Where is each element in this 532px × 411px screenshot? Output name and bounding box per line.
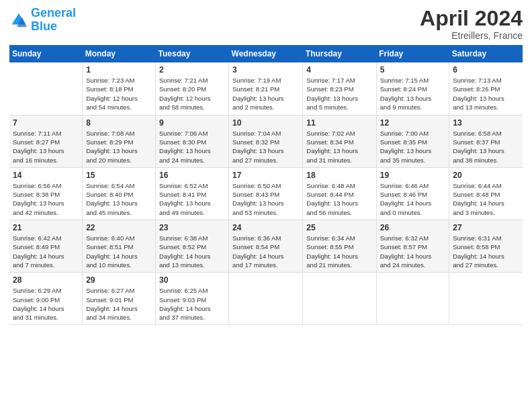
day-content: Sunrise: 7:21 AM Sunset: 8:20 PM Dayligh…	[159, 76, 225, 111]
calendar-cell: 2Sunrise: 7:21 AM Sunset: 8:20 PM Daylig…	[156, 62, 229, 115]
day-header-sunday: Sunday	[9, 45, 83, 62]
day-content: Sunrise: 6:29 AM Sunset: 9:00 PM Dayligh…	[13, 286, 79, 322]
day-number: 11	[306, 118, 372, 128]
calendar-week-4: 28Sunrise: 6:29 AM Sunset: 9:00 PM Dayli…	[9, 273, 523, 325]
day-content: Sunrise: 6:27 AM Sunset: 9:01 PM Dayligh…	[86, 286, 152, 322]
day-content: Sunrise: 7:11 AM Sunset: 8:27 PM Dayligh…	[13, 129, 79, 165]
day-number: 26	[380, 223, 445, 232]
calendar-cell	[376, 273, 449, 325]
day-content: Sunrise: 7:00 AM Sunset: 8:35 PM Dayligh…	[380, 129, 445, 165]
location-subtitle: Etreillers, France	[420, 30, 523, 41]
header-row: General Blue April 2024 Etreillers, Fran…	[9, 7, 523, 41]
day-content: Sunrise: 7:04 AM Sunset: 8:32 PM Dayligh…	[232, 129, 299, 165]
day-number: 23	[159, 223, 225, 232]
day-number: 25	[306, 223, 372, 232]
day-content: Sunrise: 7:23 AM Sunset: 8:18 PM Dayligh…	[86, 76, 152, 111]
day-number: 24	[232, 223, 299, 232]
day-content: Sunrise: 7:02 AM Sunset: 8:34 PM Dayligh…	[306, 129, 372, 165]
day-number: 5	[380, 65, 445, 75]
calendar-cell: 9Sunrise: 7:06 AM Sunset: 8:30 PM Daylig…	[156, 115, 229, 167]
calendar-cell: 5Sunrise: 7:15 AM Sunset: 8:24 PM Daylig…	[376, 62, 449, 115]
day-header-friday: Friday	[376, 45, 449, 62]
day-number: 7	[13, 118, 79, 128]
day-content: Sunrise: 7:08 AM Sunset: 8:29 PM Dayligh…	[86, 129, 152, 165]
day-content: Sunrise: 6:44 AM Sunset: 8:48 PM Dayligh…	[453, 181, 519, 217]
day-number: 28	[13, 275, 79, 285]
calendar-cell: 27Sunrise: 6:31 AM Sunset: 8:58 PM Dayli…	[449, 220, 523, 273]
month-title: April 2024	[420, 7, 523, 30]
calendar-cell: 22Sunrise: 6:40 AM Sunset: 8:51 PM Dayli…	[83, 220, 156, 273]
calendar-cell: 20Sunrise: 6:44 AM Sunset: 8:48 PM Dayli…	[449, 167, 523, 220]
day-number: 20	[453, 171, 519, 180]
day-number: 13	[453, 118, 519, 128]
day-content: Sunrise: 6:34 AM Sunset: 8:55 PM Dayligh…	[306, 234, 372, 269]
day-number: 29	[86, 275, 152, 285]
logo-line2: Blue	[31, 19, 57, 33]
day-content: Sunrise: 7:13 AM Sunset: 8:26 PM Dayligh…	[453, 76, 519, 111]
day-number: 9	[159, 118, 225, 128]
day-number: 18	[306, 171, 372, 180]
calendar-cell: 12Sunrise: 7:00 AM Sunset: 8:35 PM Dayli…	[376, 115, 449, 167]
day-content: Sunrise: 7:06 AM Sunset: 8:30 PM Dayligh…	[159, 129, 225, 165]
calendar-cell: 11Sunrise: 7:02 AM Sunset: 8:34 PM Dayli…	[303, 115, 376, 167]
calendar-week-2: 14Sunrise: 6:56 AM Sunset: 8:38 PM Dayli…	[9, 167, 523, 220]
day-header-thursday: Thursday	[303, 45, 376, 62]
day-number: 3	[232, 65, 299, 75]
calendar-cell: 19Sunrise: 6:46 AM Sunset: 8:46 PM Dayli…	[376, 167, 449, 220]
calendar-cell: 16Sunrise: 6:52 AM Sunset: 8:41 PM Dayli…	[156, 167, 229, 220]
calendar-cell: 23Sunrise: 6:38 AM Sunset: 8:52 PM Dayli…	[156, 220, 229, 273]
calendar-cell: 25Sunrise: 6:34 AM Sunset: 8:55 PM Dayli…	[303, 220, 376, 273]
calendar-cell: 3Sunrise: 7:19 AM Sunset: 8:21 PM Daylig…	[229, 62, 303, 115]
day-number: 30	[159, 275, 225, 285]
day-number: 2	[159, 65, 225, 75]
day-number: 27	[453, 223, 519, 232]
day-content: Sunrise: 6:36 AM Sunset: 8:54 PM Dayligh…	[232, 234, 299, 269]
main-container: General Blue April 2024 Etreillers, Fran…	[0, 0, 532, 332]
day-header-monday: Monday	[83, 45, 156, 62]
day-content: Sunrise: 6:31 AM Sunset: 8:58 PM Dayligh…	[453, 234, 519, 269]
day-number: 12	[380, 118, 445, 128]
calendar-cell: 8Sunrise: 7:08 AM Sunset: 8:29 PM Daylig…	[83, 115, 156, 167]
calendar-cell	[303, 273, 376, 325]
day-content: Sunrise: 6:54 AM Sunset: 8:40 PM Dayligh…	[86, 181, 152, 217]
day-content: Sunrise: 6:32 AM Sunset: 8:57 PM Dayligh…	[380, 234, 445, 269]
calendar-cell: 7Sunrise: 7:11 AM Sunset: 8:27 PM Daylig…	[9, 115, 83, 167]
day-number: 21	[13, 223, 79, 232]
calendar-week-3: 21Sunrise: 6:42 AM Sunset: 8:49 PM Dayli…	[9, 220, 523, 273]
calendar-cell: 17Sunrise: 6:50 AM Sunset: 8:43 PM Dayli…	[229, 167, 303, 220]
calendar-week-1: 7Sunrise: 7:11 AM Sunset: 8:27 PM Daylig…	[9, 115, 523, 167]
calendar-cell: 15Sunrise: 6:54 AM Sunset: 8:40 PM Dayli…	[83, 167, 156, 220]
day-number: 6	[453, 65, 519, 75]
day-header-saturday: Saturday	[449, 45, 523, 62]
calendar-cell	[449, 273, 523, 325]
day-number: 15	[86, 171, 152, 180]
calendar-cell: 28Sunrise: 6:29 AM Sunset: 9:00 PM Dayli…	[9, 273, 83, 325]
day-content: Sunrise: 6:52 AM Sunset: 8:41 PM Dayligh…	[159, 181, 225, 217]
day-number: 14	[13, 171, 79, 180]
calendar-cell: 14Sunrise: 6:56 AM Sunset: 8:38 PM Dayli…	[9, 167, 83, 220]
title-block: April 2024 Etreillers, France	[420, 7, 523, 41]
day-content: Sunrise: 7:19 AM Sunset: 8:21 PM Dayligh…	[232, 76, 299, 111]
calendar-cell: 21Sunrise: 6:42 AM Sunset: 8:49 PM Dayli…	[9, 220, 83, 273]
calendar-table: SundayMondayTuesdayWednesdayThursdayFrid…	[9, 45, 523, 325]
day-content: Sunrise: 6:38 AM Sunset: 8:52 PM Dayligh…	[159, 234, 225, 269]
calendar-cell: 4Sunrise: 7:17 AM Sunset: 8:23 PM Daylig…	[303, 62, 376, 115]
day-content: Sunrise: 7:17 AM Sunset: 8:23 PM Dayligh…	[306, 76, 372, 111]
calendar-cell: 6Sunrise: 7:13 AM Sunset: 8:26 PM Daylig…	[449, 62, 523, 115]
day-number: 22	[86, 223, 152, 232]
day-header-tuesday: Tuesday	[156, 45, 229, 62]
logo: General Blue	[9, 7, 76, 34]
logo-icon	[9, 11, 28, 30]
day-number: 1	[86, 65, 152, 75]
calendar-header-row: SundayMondayTuesdayWednesdayThursdayFrid…	[9, 45, 523, 62]
day-number: 4	[306, 65, 372, 75]
calendar-cell: 10Sunrise: 7:04 AM Sunset: 8:32 PM Dayli…	[229, 115, 303, 167]
day-content: Sunrise: 6:40 AM Sunset: 8:51 PM Dayligh…	[86, 234, 152, 269]
day-number: 8	[86, 118, 152, 128]
day-number: 19	[380, 171, 445, 180]
day-number: 16	[159, 171, 225, 180]
day-content: Sunrise: 6:58 AM Sunset: 8:37 PM Dayligh…	[453, 129, 519, 165]
day-content: Sunrise: 6:25 AM Sunset: 9:03 PM Dayligh…	[159, 286, 225, 322]
day-content: Sunrise: 6:42 AM Sunset: 8:49 PM Dayligh…	[13, 234, 79, 269]
calendar-cell: 30Sunrise: 6:25 AM Sunset: 9:03 PM Dayli…	[156, 273, 229, 325]
